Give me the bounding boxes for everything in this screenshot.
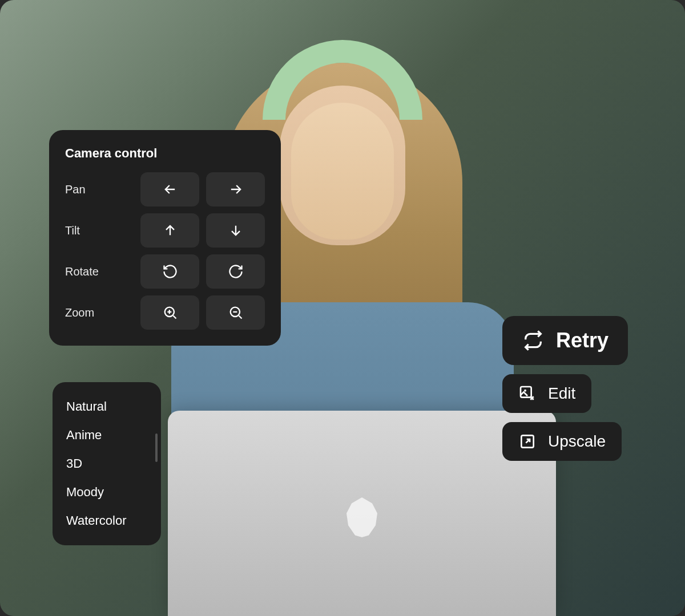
rotate-ccw-icon: [162, 264, 178, 279]
arrow-down-icon: [228, 222, 244, 238]
style-item-anime[interactable]: Anime: [53, 421, 161, 449]
rotate-ccw-button[interactable]: [140, 254, 199, 289]
edit-button[interactable]: Edit: [502, 374, 591, 413]
scrollbar[interactable]: [155, 433, 158, 462]
laptop-illustration: [168, 411, 556, 616]
rotate-label: Rotate: [65, 265, 134, 278]
pan-right-button[interactable]: [206, 172, 265, 206]
style-item-watercolor[interactable]: Watercolor: [53, 506, 161, 535]
rotate-row: Rotate: [65, 254, 265, 289]
style-menu: Natural Anime 3D Moody Watercolor: [53, 382, 161, 545]
rotate-cw-button[interactable]: [206, 254, 265, 289]
arrow-up-icon: [162, 222, 178, 238]
retry-button[interactable]: Retry: [502, 316, 628, 365]
style-item-natural[interactable]: Natural: [53, 392, 161, 421]
action-buttons: Retry Edit Upscale: [502, 316, 628, 461]
pan-label: Pan: [65, 183, 134, 196]
upscale-icon: [518, 432, 537, 451]
arrow-left-icon: [162, 181, 178, 197]
zoom-in-button[interactable]: [140, 295, 199, 330]
zoom-in-icon: [162, 305, 178, 321]
zoom-row: Zoom: [65, 295, 265, 330]
style-item-moody[interactable]: Moody: [53, 478, 161, 506]
retry-icon: [522, 329, 545, 352]
edit-image-icon: [518, 384, 537, 403]
retry-label: Retry: [556, 329, 609, 352]
apple-logo-icon: [345, 497, 379, 537]
zoom-out-icon: [228, 305, 244, 321]
style-item-3d[interactable]: 3D: [53, 449, 161, 478]
tilt-down-button[interactable]: [206, 213, 265, 248]
camera-control-panel: Camera control Pan Tilt Rotate Zoom: [49, 130, 281, 346]
svg-point-3: [524, 390, 526, 392]
upscale-label: Upscale: [548, 432, 606, 451]
tilt-row: Tilt: [65, 213, 265, 248]
rotate-cw-icon: [228, 264, 244, 279]
pan-left-button[interactable]: [140, 172, 199, 206]
zoom-label: Zoom: [65, 306, 134, 319]
upscale-button[interactable]: Upscale: [502, 422, 622, 461]
camera-control-title: Camera control: [65, 146, 265, 161]
zoom-out-button[interactable]: [206, 295, 265, 330]
arrow-right-icon: [228, 181, 244, 197]
tilt-up-button[interactable]: [140, 213, 199, 248]
svg-rect-2: [521, 387, 531, 398]
pan-row: Pan: [65, 172, 265, 206]
edit-label: Edit: [548, 384, 575, 403]
tilt-label: Tilt: [65, 224, 134, 237]
